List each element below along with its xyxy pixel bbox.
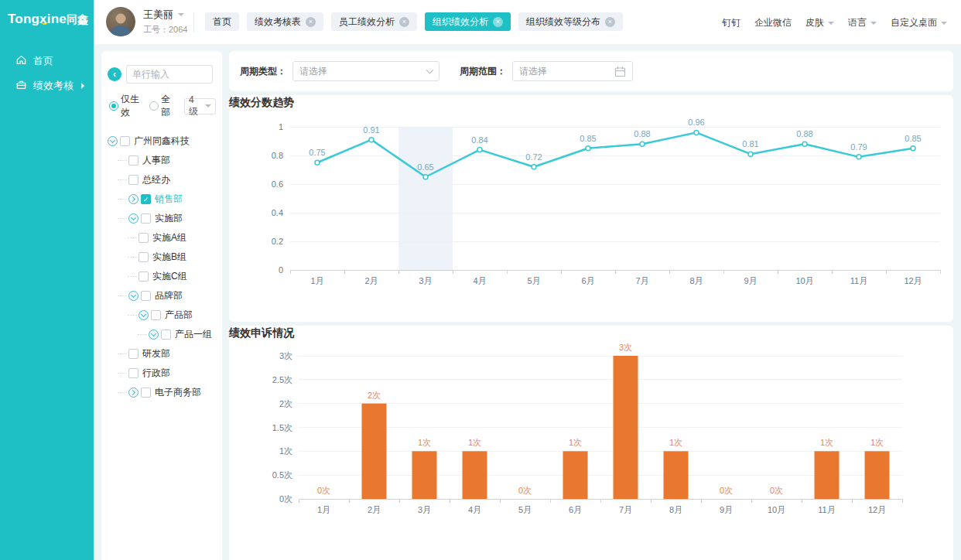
tree-node[interactable]: 实施C组 [101,267,222,286]
tree-node[interactable]: 人事部 [101,151,222,170]
tree-checkbox[interactable] [161,330,171,340]
performance-appeal-chart[interactable]: 0次0.5次1次1.5次2次2.5次3次1月2月3月4月5月6月7月8月9月10… [229,340,953,541]
sidebar: Tongxine同鑫 首页绩效考核 [0,0,94,560]
svg-text:2月: 2月 [364,276,378,285]
svg-text:3次: 3次 [279,351,292,360]
tab-close-icon[interactable]: × [399,17,409,27]
svg-text:3月: 3月 [419,276,432,285]
tree-checkbox[interactable] [151,310,161,320]
svg-text:0.84: 0.84 [471,135,487,145]
tree-node[interactable]: 实施B组 [101,248,222,267]
radio-icon [149,101,159,111]
svg-text:8月: 8月 [689,276,703,285]
svg-text:2月: 2月 [368,505,381,514]
tree-node[interactable]: ✓销售部 [101,190,222,209]
header-link-language[interactable]: 语言 [848,16,877,29]
tab-org-grade-distribution[interactable]: 组织绩效等级分布× [518,12,623,31]
tab-home[interactable]: 首页 [205,12,239,31]
tree-checkbox[interactable] [141,291,151,301]
tree-expander-icon[interactable] [108,136,118,146]
tree-checkbox[interactable] [139,233,149,243]
tree-expander-icon[interactable] [128,213,139,224]
tree-expander-icon[interactable] [139,310,149,320]
sidebar-item-home[interactable]: 首页 [0,49,94,73]
svg-text:0: 0 [279,265,283,275]
sidebar-item-performance[interactable]: 绩效考核 [0,73,94,98]
tab-appraisal-form[interactable]: 绩效考核表× [247,12,323,31]
avatar[interactable] [106,7,135,36]
svg-text:6月: 6月 [581,276,594,285]
svg-text:0.8: 0.8 [272,151,283,160]
tree-node[interactable]: 实施A组 [101,228,222,248]
tree-checkbox[interactable] [128,175,139,185]
svg-text:1次: 1次 [820,438,833,447]
tree-node[interactable]: 品牌部 [101,286,222,306]
brand-logo-cn: 同鑫 [67,13,88,26]
tab-employee-performance-analysis[interactable]: 员工绩效分析× [331,12,417,31]
svg-text:1次: 1次 [569,438,582,447]
collapse-panel-button[interactable]: ‹ [108,67,121,81]
header-link-custom-desktop[interactable]: 自定义桌面 [891,16,947,29]
tree-node[interactable]: 总经办 [101,170,222,190]
tree-node[interactable]: 行政部 [101,364,222,383]
period-type-select[interactable]: 请选择 [292,61,439,81]
tree-expander-icon[interactable] [128,291,139,301]
radio-all[interactable]: 全部 [149,93,178,119]
tree-expander-icon[interactable] [128,388,139,398]
submenu-arrow-icon [81,83,84,89]
tree-expander-icon[interactable] [128,194,139,204]
chevron-down-icon [141,312,146,317]
level-select[interactable]: 4级 [184,98,216,114]
top-header: 王美丽 工号：2064 首页绩效考核表×员工绩效分析×组织绩效分析×组织绩效等级… [94,0,961,44]
chevron-right-icon [130,196,135,202]
tree-expander-icon[interactable] [149,330,159,340]
period-type-value: 请选择 [299,65,327,78]
header-divider [193,12,194,32]
tree-checkbox[interactable]: ✓ [141,194,151,204]
svg-text:2次: 2次 [368,391,381,400]
header-link-skin[interactable]: 皮肤 [805,16,834,29]
tab-org-performance-analysis[interactable]: 组织绩效分析× [425,12,511,31]
svg-text:12月: 12月 [868,505,886,514]
tree-node-label: 研发部 [142,347,170,360]
tree-node[interactable]: 实施部 [101,209,222,228]
header-link-wecom[interactable]: 企业微信 [754,16,792,29]
tab-close-icon[interactable]: × [493,17,503,27]
search-input[interactable] [126,65,213,84]
tree-checkbox[interactable] [128,349,139,359]
tree-node[interactable]: 产品一组 [101,325,222,344]
tree-checkbox[interactable] [120,136,130,146]
performance-appeal-section: 绩效申诉情况 0次0.5次1次1.5次2次2.5次3次1月2月3月4月5月6月7… [229,326,953,560]
svg-text:0.85: 0.85 [580,134,596,143]
tree-checkbox[interactable] [141,213,151,224]
svg-text:7月: 7月 [635,276,648,285]
radio-active-only[interactable]: 仅生效 [109,93,146,119]
header-links: 钉钉企业微信皮肤语言自定义桌面 [722,16,947,29]
svg-text:6月: 6月 [569,505,582,514]
tab-close-icon[interactable]: × [605,17,615,27]
tree-node[interactable]: 电子商务部 [101,383,222,402]
tree-node-label: 实施A组 [152,231,186,244]
tree-node[interactable]: 广州同鑫科技 [101,131,222,151]
tree-checkbox[interactable] [128,155,139,166]
tree-node[interactable]: 产品部 [101,306,222,325]
svg-text:12月: 12月 [904,276,922,285]
period-range-picker[interactable]: 请选择 [512,61,633,81]
svg-text:0.5次: 0.5次 [272,470,292,480]
header-link-label: 企业微信 [754,16,792,29]
svg-text:0.79: 0.79 [850,142,867,152]
tree-checkbox[interactable] [139,252,149,262]
user-info[interactable]: 王美丽 工号：2064 [106,7,187,36]
tree-checkbox[interactable] [128,368,139,378]
tab-close-icon[interactable]: × [306,17,316,27]
svg-text:9月: 9月 [744,276,757,285]
svg-text:8月: 8月 [669,505,682,514]
tree-checkbox[interactable] [141,388,151,398]
tree-node[interactable]: 研发部 [101,344,222,364]
tree-checkbox[interactable] [139,271,149,282]
header-link-dingtalk[interactable]: 钉钉 [722,16,740,29]
performance-score-trend-chart[interactable]: 00.20.40.60.811月2月3月4月5月6月7月8月9月10月11月12… [229,110,953,303]
tab-label: 组织绩效等级分布 [526,15,600,29]
level-select-value: 4级 [189,94,202,118]
svg-text:0.65: 0.65 [417,162,433,172]
